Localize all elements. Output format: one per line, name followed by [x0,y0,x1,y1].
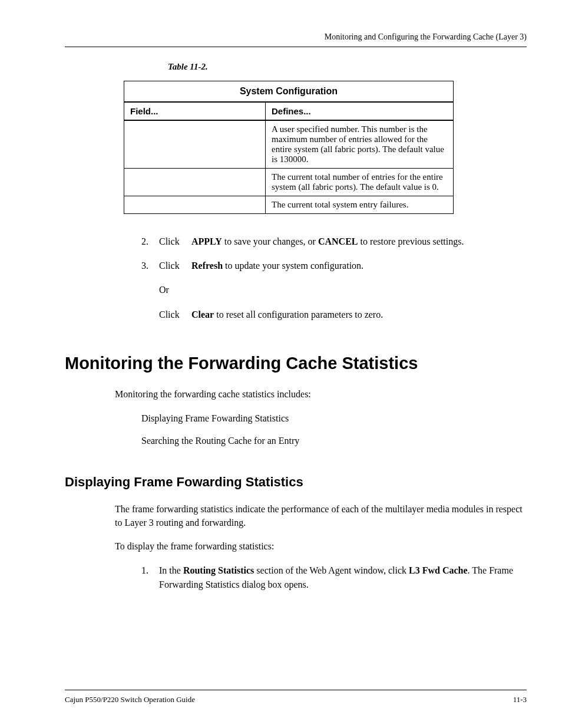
system-configuration-table: System Configuration Field... Defines...… [124,81,454,214]
instruction-step-clear: Click Clear to reset all configuration p… [141,308,527,321]
step-text: In the Routing Statistics section of the… [159,564,527,591]
cell-field [124,196,266,214]
step-number: 1. [141,564,159,591]
step-number: 3. [141,259,159,272]
intro-paragraph: Monitoring the forwarding cache statisti… [115,388,527,401]
page-footer: Cajun P550/P220 Switch Operation Guide 1… [65,690,527,704]
footer-guide-title: Cajun P550/P220 Switch Operation Guide [65,695,195,704]
refresh-label: Refresh [191,261,223,271]
text: to update your system configuration. [223,261,363,271]
or-text: Or [159,283,191,297]
cell-defines: The current total number of entries for … [266,169,454,196]
instruction-step-1: 1. In the Routing Statistics section of … [141,564,527,591]
table-row: A user specified number. This number is … [124,120,454,169]
table-row: The current total system entry failures. [124,196,454,214]
step-verb: Click [159,308,191,321]
running-header: Monitoring and Configuring the Forwardin… [65,32,527,47]
cancel-label: CANCEL [318,236,358,246]
table-title: System Configuration [124,81,454,103]
step-number: 2. [141,235,159,248]
list-item: Searching the Routing Cache for an Entry [141,434,527,448]
bulleted-list: Displaying Frame Fowarding Statistics Se… [141,411,527,448]
column-header-defines: Defines... [266,102,454,120]
instruction-step-3: 3. Click Refresh to update your system c… [141,259,527,272]
step-verb: Click [159,235,191,248]
list-item: Displaying Frame Fowarding Statistics [141,411,527,426]
footer-page-number: 11-3 [513,695,527,704]
cell-defines: The current total system entry failures. [266,196,454,214]
text: to reset all configuration parameters to… [214,309,383,319]
step-text: APPLY to save your changes, or CANCEL to… [191,235,527,248]
step-text: Refresh to update your system configurat… [191,259,527,272]
numbered-instructions: 2. Click APPLY to save your changes, or … [141,235,527,321]
body-paragraph: To display the frame forwarding statisti… [115,540,527,553]
step-verb: Click [159,259,191,272]
cell-defines: A user specified number. This number is … [266,120,454,169]
cell-field [124,169,266,196]
text: to save your changes, or [222,236,318,246]
cell-field [124,120,266,169]
body-paragraph: The frame forwarding statistics indicate… [115,503,527,529]
instruction-step-2: 2. Click APPLY to save your changes, or … [141,235,527,248]
text: In the [159,565,183,575]
apply-label: APPLY [191,236,222,246]
or-separator: Or [141,283,527,297]
text: section of the Web Agent window, click [254,565,409,575]
section-heading: Monitoring the Forwarding Cache Statisti… [65,354,527,373]
table-caption: Table 11-2. [168,62,527,72]
routing-statistics-label: Routing Statistics [183,565,254,575]
table-row: The current total number of entries for … [124,169,454,196]
l3-fwd-cache-label: L3 Fwd Cache [409,565,468,575]
clear-label: Clear [191,309,214,319]
subsection-heading: Displaying Frame Fowarding Statistics [65,475,527,490]
column-header-field: Field... [124,102,266,120]
text: to restore previous settings. [358,236,464,246]
step-text: Clear to reset all configuration paramet… [191,308,527,321]
